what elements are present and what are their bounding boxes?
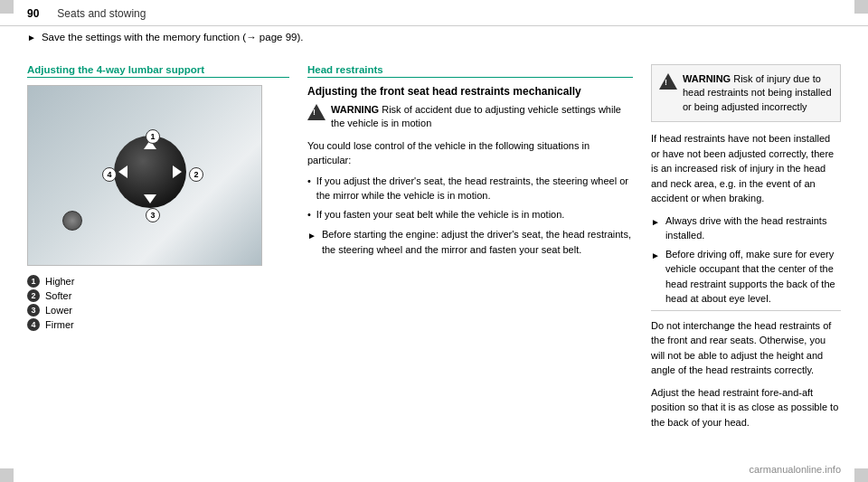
right-action-text-1: Always drive with the head restraints in… xyxy=(665,213,841,243)
legend-item-4: 4 Firmer xyxy=(27,318,289,331)
warning-box-mid: WARNING Risk of accident due to adjustin… xyxy=(307,103,633,131)
bullet-item-1-text: If you adjust the driver's seat, the hea… xyxy=(316,174,633,203)
lumbar-diagram: 1 2 3 4 xyxy=(27,85,262,266)
dial-arrow-right xyxy=(173,165,182,178)
corner-decoration-tl xyxy=(0,0,14,14)
page-title: Seats and stowing xyxy=(57,7,146,20)
warning-box-right: WARNING Risk of injury due to head restr… xyxy=(651,64,841,122)
right-action-text-2: Before driving off, make sure for every … xyxy=(665,247,841,307)
main-content: Adjusting the 4-way lumbar support 1 2 3… xyxy=(0,55,868,446)
right-body-1: If head restraints have not been install… xyxy=(651,131,841,206)
warning-row-right: WARNING Risk of injury due to head restr… xyxy=(659,72,833,114)
divider xyxy=(651,310,841,311)
legend-list: 1 Higher 2 Softer 3 Lower 4 Firmer xyxy=(27,275,289,331)
warning-label-right: WARNING xyxy=(683,73,731,84)
bullet-item-1: If you adjust the driver's seat, the hea… xyxy=(307,174,633,203)
legend-num-3: 3 xyxy=(27,304,40,317)
body-text-1: You could lose control of the vehicle in… xyxy=(307,138,633,168)
warning-text-mid: WARNING Risk of accident due to adjustin… xyxy=(331,103,633,131)
head-restraints-heading: Head restraints xyxy=(307,64,633,78)
dial-badge-2: 2 xyxy=(189,167,203,182)
dial-arrow-left xyxy=(118,165,127,178)
header-bullet-section: ► Save the settings with the memory func… xyxy=(0,26,868,55)
page-header: 90 Seats and stowing xyxy=(0,0,868,26)
legend-num-2: 2 xyxy=(27,289,40,302)
legend-num-1: 1 xyxy=(27,275,40,288)
warning-label-mid: WARNING xyxy=(331,104,379,115)
warning-triangle-icon xyxy=(307,104,326,120)
legend-item-1: 1 Higher xyxy=(27,275,289,288)
lumbar-section-heading: Adjusting the 4-way lumbar support xyxy=(27,64,289,78)
legend-label-4: Firmer xyxy=(45,319,74,330)
control-dial xyxy=(114,136,186,208)
left-column: Adjusting the 4-way lumbar support 1 2 3… xyxy=(27,64,289,437)
warning-text-right: WARNING Risk of injury due to head restr… xyxy=(683,72,833,114)
head-restraints-subheading: Adjusting the front seat head restraints… xyxy=(307,85,633,98)
action-item-mid: ► Before starting the engine: adjust the… xyxy=(307,227,633,257)
middle-column: Head restraints Adjusting the front seat… xyxy=(307,64,633,437)
bullet-item-2-text: If you fasten your seat belt while the v… xyxy=(316,207,565,222)
legend-num-4: 4 xyxy=(27,318,40,331)
bullet-arrow-icon: ► xyxy=(27,33,36,43)
page-container: 90 Seats and stowing ► Save the settings… xyxy=(0,0,868,482)
header-bullet-text: Save the settings with the memory functi… xyxy=(42,32,304,43)
small-knob xyxy=(62,211,82,231)
right-body-2: Do not interchange the head restraints o… xyxy=(651,318,841,378)
watermark: carmanualonline.info xyxy=(749,464,841,475)
corner-decoration-bl xyxy=(0,468,14,482)
legend-item-3: 3 Lower xyxy=(27,304,289,317)
dial-badge-3: 3 xyxy=(146,208,160,222)
dial-badge-4: 4 xyxy=(102,167,117,182)
right-action-arrow-2: ► xyxy=(651,249,660,262)
page-number: 90 xyxy=(27,7,39,20)
action-text-mid: Before starting the engine: adjust the d… xyxy=(322,227,633,257)
legend-label-2: Softer xyxy=(45,290,71,301)
legend-label-3: Lower xyxy=(45,305,72,316)
dial-badge-1: 1 xyxy=(146,129,160,144)
dial-arrow-bottom xyxy=(144,194,156,203)
right-action-2: ► Before driving off, make sure for ever… xyxy=(651,247,841,307)
bullet-item-2: If you fasten your seat belt while the v… xyxy=(307,207,633,222)
right-action-arrow-1: ► xyxy=(651,215,660,229)
right-action-1: ► Always drive with the head restraints … xyxy=(651,213,841,243)
bullet-list-mid: If you adjust the driver's seat, the hea… xyxy=(307,174,633,222)
right-body-3: Adjust the head restraint fore-and-aft p… xyxy=(651,385,841,430)
warning-triangle-right-icon xyxy=(659,73,677,90)
header-bullet-item: ► Save the settings with the memory func… xyxy=(27,32,841,43)
corner-decoration-br xyxy=(854,468,868,482)
legend-item-2: 2 Softer xyxy=(27,289,289,302)
legend-label-1: Higher xyxy=(45,276,74,287)
corner-decoration-tr xyxy=(854,0,868,14)
action-arrow-icon: ► xyxy=(307,229,316,242)
right-column: WARNING Risk of injury due to head restr… xyxy=(651,64,841,437)
